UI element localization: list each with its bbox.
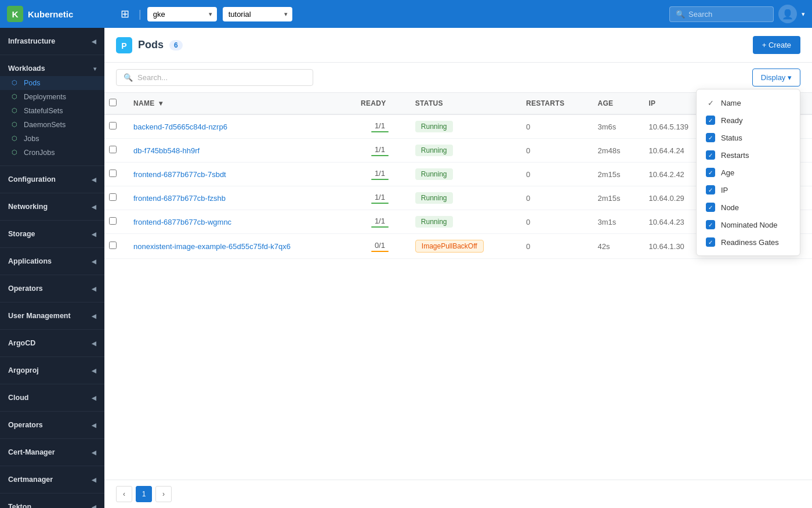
argoproj-caret: ◀ <box>92 368 96 374</box>
global-search-box[interactable]: 🔍 <box>669 6 774 22</box>
sidebar-item-cert-manager[interactable]: Cert-Manager ◀ <box>0 445 104 460</box>
display-option-node[interactable]: ✓Node <box>697 199 800 216</box>
sidebar-item-applications[interactable]: Applications ◀ <box>0 254 104 269</box>
sidebar-item-configuration[interactable]: Configuration ◀ <box>0 172 104 187</box>
row-checkbox-3[interactable] <box>109 193 117 201</box>
display-option-ready[interactable]: ✓Ready <box>697 111 800 129</box>
sidebar-item-daemonsets[interactable]: ⬡ DaemonSets <box>0 118 104 132</box>
status-badge: Running <box>415 145 453 156</box>
sidebar-section-workloads: Workloads ▾ ⬡ Pods ⬡ Deployments ⬡ State… <box>0 55 104 166</box>
cluster-select[interactable]: gke <box>147 7 217 21</box>
display-option-age[interactable]: ✓Age <box>697 164 800 181</box>
sidebar-item-user-management[interactable]: User Management ◀ <box>0 308 104 323</box>
row-checkbox-4[interactable] <box>109 217 117 225</box>
sidebar-section-cloud: Cloud ◀ <box>0 384 104 412</box>
pod-name-link[interactable]: frontend-6877b677cb-wgmnc <box>133 218 231 226</box>
create-button[interactable]: + Create <box>753 36 800 54</box>
age-cell: 2m15s <box>590 163 641 186</box>
pod-name-link[interactable]: backend-7d5665c84d-nzrp6 <box>133 123 227 131</box>
sidebar-item-deployments[interactable]: ⬡ Deployments <box>0 90 104 104</box>
sidebar-item-argocd[interactable]: ArgoCD ◀ <box>0 336 104 351</box>
sidebar-item-pods[interactable]: ⬡ Pods <box>0 76 104 90</box>
display-option-nominated-node[interactable]: ✓Nominated Node <box>697 216 800 233</box>
display-option-readiness-gates[interactable]: ✓Readiness Gates <box>697 233 800 251</box>
sidebar-item-operators[interactable]: Operators ◀ <box>0 281 104 296</box>
pods-count-badge: 6 <box>169 40 183 51</box>
sidebar-item-storage[interactable]: Storage ◀ <box>0 226 104 242</box>
sidebar-item-operators2[interactable]: Operators ◀ <box>0 417 104 433</box>
col-header-ready[interactable]: READY <box>353 93 407 114</box>
display-option-restarts[interactable]: ✓Restarts <box>697 146 800 164</box>
namespace-select-wrapper[interactable]: tutorial <box>223 7 292 21</box>
restarts-cell: 0 <box>518 210 590 234</box>
pagination: ‹ 1 › <box>104 480 812 508</box>
app-logo: K Kubernetic <box>7 6 111 22</box>
sidebar-item-cronjobs[interactable]: ⬡ CronJobs <box>0 146 104 160</box>
user-icon: 👤 <box>782 9 793 20</box>
pods-page-icon: P <box>116 37 132 53</box>
cluster-select-wrapper[interactable]: gke <box>147 7 217 21</box>
col-header-restarts[interactable]: RESTARTS <box>518 93 590 114</box>
col-header-status[interactable]: STATUS <box>407 93 518 114</box>
sidebar-item-cloud[interactable]: Cloud ◀ <box>0 390 104 405</box>
row-checkbox-1[interactable] <box>109 146 117 153</box>
ready-cell: 1/1 <box>361 217 399 228</box>
display-button[interactable]: Display ▾ <box>752 69 800 87</box>
sidebar-section-storage: Storage ◀ <box>0 221 104 248</box>
pods-nav-icon: ⬡ <box>12 79 20 87</box>
global-search-input[interactable] <box>688 10 764 19</box>
page-1-button[interactable]: 1 <box>136 486 152 502</box>
sidebar-item-workloads[interactable]: Workloads ▾ <box>0 61 104 76</box>
divider-icon: | <box>139 8 142 20</box>
sidebar-item-tekton[interactable]: Tekton ◀ <box>0 499 104 508</box>
display-option-label-status: Status <box>721 134 742 142</box>
sidebar-item-statefulsets[interactable]: ⬡ StatefulSets <box>0 104 104 118</box>
display-option-name[interactable]: ✓Name <box>697 94 800 111</box>
pod-name-link[interactable]: frontend-6877b677cb-7sbdt <box>133 170 226 179</box>
pod-name-link[interactable]: nonexistent-image-example-65d55c75fd-k7q… <box>133 242 291 251</box>
sidebar-item-jobs[interactable]: ⬡ Jobs <box>0 132 104 146</box>
sidebar-item-argoproj[interactable]: Argoproj ◀ <box>0 363 104 378</box>
col-header-name[interactable]: NAME ▾ <box>125 93 353 114</box>
namespace-select[interactable]: tutorial <box>223 7 292 21</box>
ready-bar <box>371 155 389 156</box>
display-option-ip[interactable]: ✓IP <box>697 181 800 199</box>
select-all-checkbox[interactable] <box>109 99 117 106</box>
display-option-label-ip: IP <box>721 186 728 194</box>
pod-name-link[interactable]: db-f745bb548-hh9rf <box>133 146 200 155</box>
age-cell: 3m6s <box>590 114 641 139</box>
check-icon-restarts: ✓ <box>706 150 715 160</box>
restarts-cell: 0 <box>518 163 590 186</box>
sidebar-section-certmanager: Certmanager ◀ <box>0 466 104 493</box>
ready-cell: 1/1 <box>361 121 399 132</box>
svg-text:P: P <box>121 41 126 51</box>
table-search-box[interactable]: 🔍 <box>116 69 313 86</box>
ready-cell: 1/1 <box>361 145 399 156</box>
infrastructure-caret: ◀ <box>92 38 96 45</box>
check-icon-nominated-node: ✓ <box>706 220 715 229</box>
workloads-caret: ▾ <box>93 66 96 72</box>
ready-bar <box>371 251 389 252</box>
user-management-caret: ◀ <box>92 313 96 319</box>
sidebar-item-infrastructure[interactable]: Infrastructure ◀ <box>0 34 104 49</box>
row-checkbox-5[interactable] <box>109 242 117 249</box>
sidebar-item-certmanager[interactable]: Certmanager ◀ <box>0 472 104 487</box>
pod-name-link[interactable]: frontend-6877b677cb-fzshb <box>133 194 226 203</box>
prev-page-button[interactable]: ‹ <box>116 486 132 502</box>
sidebar-item-networking[interactable]: Networking ◀ <box>0 199 104 214</box>
row-checkbox-0[interactable] <box>109 122 117 129</box>
display-option-label-nominated-node: Nominated Node <box>721 221 778 229</box>
sidebar: Infrastructure ◀ Workloads ▾ ⬡ Pods ⬡ De… <box>0 28 104 508</box>
grid-icon[interactable]: ⊞ <box>121 8 129 20</box>
row-checkbox-2[interactable] <box>109 170 117 177</box>
col-header-age[interactable]: AGE <box>590 93 641 114</box>
sidebar-section-applications: Applications ◀ <box>0 248 104 275</box>
user-menu-caret[interactable]: ▾ <box>802 10 805 18</box>
display-option-status[interactable]: ✓Status <box>697 129 800 146</box>
next-page-button[interactable]: › <box>155 486 172 502</box>
restarts-cell: 0 <box>518 186 590 210</box>
table-search-input[interactable] <box>137 73 300 82</box>
display-option-label-ready: Ready <box>721 116 743 125</box>
sidebar-section-user-management: User Management ◀ <box>0 302 104 330</box>
user-avatar-button[interactable]: 👤 <box>778 5 797 23</box>
